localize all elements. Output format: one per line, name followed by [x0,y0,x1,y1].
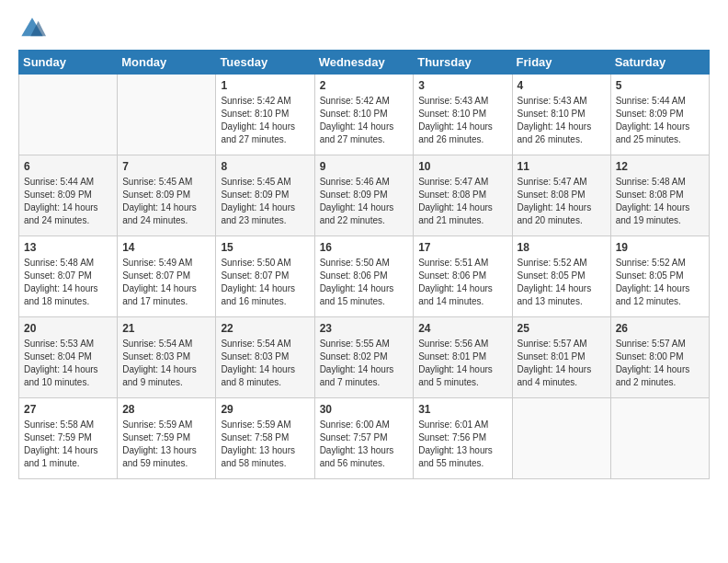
cell-content: Sunrise: 5:50 AM Sunset: 8:06 PM Dayligh… [320,257,409,308]
calendar-cell: 21Sunrise: 5:54 AM Sunset: 8:03 PM Dayli… [118,317,216,398]
calendar-cell: 12Sunrise: 5:48 AM Sunset: 8:08 PM Dayli… [610,155,709,236]
cell-content: Sunrise: 5:47 AM Sunset: 8:08 PM Dayligh… [518,176,606,227]
day-number: 20 [24,321,112,336]
calendar-cell: 28Sunrise: 5:59 AM Sunset: 7:59 PM Dayli… [118,398,216,479]
calendar-cell [512,398,610,479]
day-number: 31 [418,402,506,417]
header [18,15,710,42]
calendar-header-thursday: Thursday [414,51,512,75]
calendar-header-sunday: Sunday [19,51,118,75]
day-number: 22 [221,321,309,336]
cell-content: Sunrise: 5:57 AM Sunset: 8:00 PM Dayligh… [616,338,704,389]
calendar-cell: 14Sunrise: 5:49 AM Sunset: 8:07 PM Dayli… [118,236,216,317]
calendar-cell [118,75,216,155]
cell-content: Sunrise: 5:53 AM Sunset: 8:04 PM Dayligh… [24,338,112,389]
cell-content: Sunrise: 5:48 AM Sunset: 8:07 PM Dayligh… [24,257,112,308]
cell-content: Sunrise: 5:54 AM Sunset: 8:03 PM Dayligh… [221,338,309,389]
logo-icon [18,15,46,42]
day-number: 2 [320,78,409,93]
cell-content: Sunrise: 5:51 AM Sunset: 8:06 PM Dayligh… [418,257,506,308]
calendar-week-2: 6Sunrise: 5:44 AM Sunset: 8:09 PM Daylig… [19,155,710,236]
calendar-week-1: 1Sunrise: 5:42 AM Sunset: 8:10 PM Daylig… [19,75,710,155]
day-number: 12 [616,159,704,174]
logo [18,15,50,42]
calendar-header-wednesday: Wednesday [314,51,414,75]
calendar-cell: 17Sunrise: 5:51 AM Sunset: 8:06 PM Dayli… [414,236,512,317]
calendar-cell: 7Sunrise: 5:45 AM Sunset: 8:09 PM Daylig… [118,155,216,236]
calendar-cell: 11Sunrise: 5:47 AM Sunset: 8:08 PM Dayli… [512,155,610,236]
page: SundayMondayTuesdayWednesdayThursdayFrid… [0,0,728,563]
calendar-cell: 15Sunrise: 5:50 AM Sunset: 8:07 PM Dayli… [216,236,314,317]
calendar-week-4: 20Sunrise: 5:53 AM Sunset: 8:04 PM Dayli… [19,317,710,398]
cell-content: Sunrise: 5:45 AM Sunset: 8:09 PM Dayligh… [221,176,309,227]
calendar-cell: 2Sunrise: 5:42 AM Sunset: 8:10 PM Daylig… [314,75,414,155]
cell-content: Sunrise: 5:54 AM Sunset: 8:03 PM Dayligh… [122,338,210,389]
cell-content: Sunrise: 5:43 AM Sunset: 8:10 PM Dayligh… [418,95,506,146]
day-number: 17 [418,240,506,255]
cell-content: Sunrise: 6:01 AM Sunset: 7:56 PM Dayligh… [418,419,506,470]
calendar-header-saturday: Saturday [610,51,709,75]
day-number: 9 [320,159,409,174]
day-number: 26 [616,321,704,336]
cell-content: Sunrise: 5:52 AM Sunset: 8:05 PM Dayligh… [518,257,606,308]
calendar-header-row: SundayMondayTuesdayWednesdayThursdayFrid… [19,51,710,75]
calendar-cell: 6Sunrise: 5:44 AM Sunset: 8:09 PM Daylig… [19,155,118,236]
cell-content: Sunrise: 5:42 AM Sunset: 8:10 PM Dayligh… [320,95,409,146]
calendar-cell: 4Sunrise: 5:43 AM Sunset: 8:10 PM Daylig… [512,75,610,155]
day-number: 1 [221,78,309,93]
day-number: 5 [616,78,704,93]
calendar-header-friday: Friday [512,51,610,75]
cell-content: Sunrise: 5:44 AM Sunset: 8:09 PM Dayligh… [616,95,704,146]
calendar-cell: 18Sunrise: 5:52 AM Sunset: 8:05 PM Dayli… [512,236,610,317]
calendar-cell: 22Sunrise: 5:54 AM Sunset: 8:03 PM Dayli… [216,317,314,398]
day-number: 21 [122,321,210,336]
cell-content: Sunrise: 6:00 AM Sunset: 7:57 PM Dayligh… [320,419,409,470]
calendar-cell: 16Sunrise: 5:50 AM Sunset: 8:06 PM Dayli… [314,236,414,317]
calendar-cell: 8Sunrise: 5:45 AM Sunset: 8:09 PM Daylig… [216,155,314,236]
day-number: 15 [221,240,309,255]
calendar-table: SundayMondayTuesdayWednesdayThursdayFrid… [18,50,710,479]
day-number: 25 [518,321,606,336]
day-number: 19 [616,240,704,255]
calendar-cell: 20Sunrise: 5:53 AM Sunset: 8:04 PM Dayli… [19,317,118,398]
cell-content: Sunrise: 5:42 AM Sunset: 8:10 PM Dayligh… [221,95,309,146]
cell-content: Sunrise: 5:43 AM Sunset: 8:10 PM Dayligh… [518,95,606,146]
day-number: 11 [518,159,606,174]
calendar-week-3: 13Sunrise: 5:48 AM Sunset: 8:07 PM Dayli… [19,236,710,317]
cell-content: Sunrise: 5:50 AM Sunset: 8:07 PM Dayligh… [221,257,309,308]
cell-content: Sunrise: 5:57 AM Sunset: 8:01 PM Dayligh… [518,338,606,389]
day-number: 27 [24,402,112,417]
day-number: 8 [221,159,309,174]
cell-content: Sunrise: 5:55 AM Sunset: 8:02 PM Dayligh… [320,338,409,389]
calendar-cell: 23Sunrise: 5:55 AM Sunset: 8:02 PM Dayli… [314,317,414,398]
calendar-cell: 25Sunrise: 5:57 AM Sunset: 8:01 PM Dayli… [512,317,610,398]
calendar-cell: 26Sunrise: 5:57 AM Sunset: 8:00 PM Dayli… [610,317,709,398]
day-number: 13 [24,240,112,255]
cell-content: Sunrise: 5:59 AM Sunset: 7:59 PM Dayligh… [122,419,210,470]
calendar-cell: 9Sunrise: 5:46 AM Sunset: 8:09 PM Daylig… [314,155,414,236]
cell-content: Sunrise: 5:46 AM Sunset: 8:09 PM Dayligh… [320,176,409,227]
calendar-cell: 19Sunrise: 5:52 AM Sunset: 8:05 PM Dayli… [610,236,709,317]
calendar-header-monday: Monday [118,51,216,75]
calendar-cell: 1Sunrise: 5:42 AM Sunset: 8:10 PM Daylig… [216,75,314,155]
cell-content: Sunrise: 5:52 AM Sunset: 8:05 PM Dayligh… [616,257,704,308]
day-number: 6 [24,159,112,174]
calendar-cell: 13Sunrise: 5:48 AM Sunset: 8:07 PM Dayli… [19,236,118,317]
cell-content: Sunrise: 5:59 AM Sunset: 7:58 PM Dayligh… [221,419,309,470]
calendar-cell: 27Sunrise: 5:58 AM Sunset: 7:59 PM Dayli… [19,398,118,479]
day-number: 23 [320,321,409,336]
cell-content: Sunrise: 5:45 AM Sunset: 8:09 PM Dayligh… [122,176,210,227]
calendar-header-tuesday: Tuesday [216,51,314,75]
calendar-cell: 30Sunrise: 6:00 AM Sunset: 7:57 PM Dayli… [314,398,414,479]
calendar-cell [19,75,118,155]
day-number: 16 [320,240,409,255]
calendar-cell: 10Sunrise: 5:47 AM Sunset: 8:08 PM Dayli… [414,155,512,236]
cell-content: Sunrise: 5:58 AM Sunset: 7:59 PM Dayligh… [24,419,112,470]
calendar-cell: 29Sunrise: 5:59 AM Sunset: 7:58 PM Dayli… [216,398,314,479]
cell-content: Sunrise: 5:48 AM Sunset: 8:08 PM Dayligh… [616,176,704,227]
calendar-cell: 5Sunrise: 5:44 AM Sunset: 8:09 PM Daylig… [610,75,709,155]
calendar-week-5: 27Sunrise: 5:58 AM Sunset: 7:59 PM Dayli… [19,398,710,479]
calendar-cell: 3Sunrise: 5:43 AM Sunset: 8:10 PM Daylig… [414,75,512,155]
day-number: 28 [122,402,210,417]
cell-content: Sunrise: 5:49 AM Sunset: 8:07 PM Dayligh… [122,257,210,308]
